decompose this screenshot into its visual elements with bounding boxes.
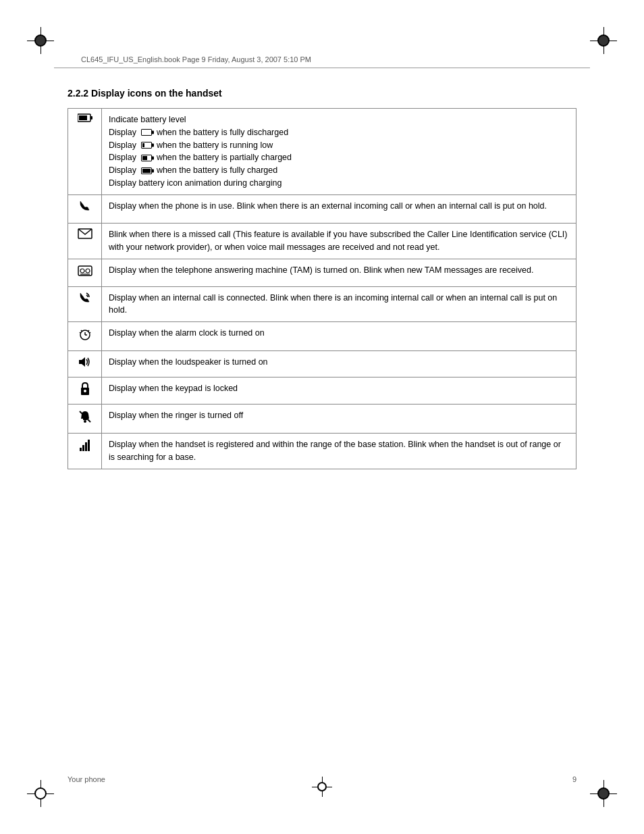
corner-mark-tl (27, 27, 54, 54)
page-footer: Your phone 9 (68, 775, 576, 783)
header-rule (54, 68, 590, 68)
table-row: Display when the telephone answering mac… (68, 259, 576, 286)
svg-marker-15 (79, 357, 85, 367)
keypad-locked-icon (80, 382, 90, 396)
main-content: 2.2.2 Display icons on the handset Indic… (68, 88, 576, 469)
svg-point-5 (80, 269, 84, 273)
table-row: Indicate battery level Display when the … (68, 109, 576, 195)
internal-call-description-cell: Display when an internal call is connect… (102, 286, 576, 322)
table-row: Display when the ringer is turned off (68, 405, 576, 434)
envelope-icon-cell (68, 224, 102, 259)
svg-rect-21 (80, 448, 82, 451)
tam-description-cell: Display when the telephone answering mac… (102, 259, 576, 286)
table-row: Display when an internal call is connect… (68, 286, 576, 322)
missed-call-icon (78, 228, 92, 239)
battery-icon-cell (68, 109, 102, 195)
missed-call-description-cell: Blink when there is a missed call (This … (102, 224, 576, 259)
svg-line-12 (88, 330, 89, 332)
svg-line-11 (81, 330, 82, 332)
svg-point-17 (84, 390, 86, 392)
footer-right: 9 (572, 775, 576, 783)
alarm-description-cell: Display when the alarm clock is turned o… (102, 322, 576, 351)
phone-in-use-icon (78, 200, 92, 215)
phone-description-cell: Display when the phone is in use. Blink … (102, 194, 576, 224)
signal-icon (79, 438, 91, 452)
corner-mark-bl (27, 780, 54, 807)
signal-description-cell: Display when the handset is registered a… (102, 434, 576, 469)
alarm-icon-cell (68, 322, 102, 351)
footer-left: Your phone (68, 775, 105, 783)
table-row: Display when the loudspeaker is turned o… (68, 350, 576, 377)
signal-icon-cell (68, 434, 102, 469)
table-row: Blink when there is a missed call (This … (68, 224, 576, 259)
battery-description-cell: Indicate battery level Display when the … (102, 109, 576, 195)
alarm-icon (78, 327, 92, 342)
ringer-off-icon-cell (68, 405, 102, 434)
svg-point-6 (86, 269, 90, 273)
ringer-off-icon (78, 409, 92, 424)
internal-call-icon (78, 292, 92, 307)
table-row: Display when the keypad is locked (68, 377, 576, 405)
icons-table: Indicate battery level Display when the … (68, 108, 576, 469)
tam-icon (78, 264, 92, 278)
svg-rect-24 (88, 440, 90, 451)
corner-mark-br (590, 780, 617, 807)
phone-icon-cell (68, 194, 102, 224)
loudspeaker-icon (78, 356, 92, 368)
svg-rect-2 (90, 116, 92, 120)
table-row: Display when the handset is registered a… (68, 434, 576, 469)
header-text: CL645_IFU_US_English.book Page 9 Friday,… (81, 55, 311, 63)
ringer-off-description-cell: Display when the ringer is turned off (102, 405, 576, 434)
section-title: 2.2.2 Display icons on the handset (68, 88, 576, 99)
loudspeaker-icon-cell (68, 350, 102, 377)
svg-point-19 (84, 420, 86, 423)
loudspeaker-description-cell: Display when the loudspeaker is turned o… (102, 350, 576, 377)
table-row: Display when the alarm clock is turned o… (68, 322, 576, 351)
tam-icon-cell (68, 259, 102, 286)
table-row: Display when the phone is in use. Blink … (68, 194, 576, 224)
lock-icon-cell (68, 377, 102, 405)
lock-description-cell: Display when the keypad is locked (102, 377, 576, 405)
battery-icon (78, 113, 92, 122)
internal-call-icon-cell (68, 286, 102, 322)
svg-rect-22 (82, 445, 84, 451)
svg-rect-1 (79, 115, 87, 120)
svg-rect-23 (85, 442, 87, 451)
corner-mark-tr (590, 27, 617, 54)
